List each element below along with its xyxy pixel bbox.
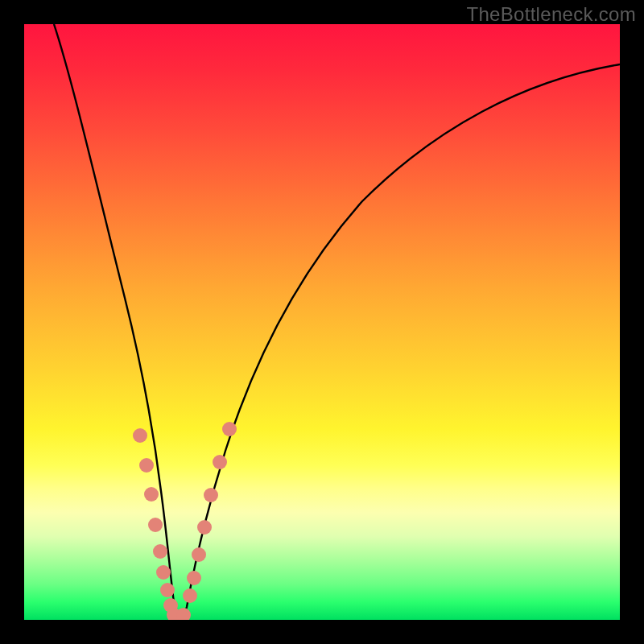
watermark-text: TheBottleneck.com [466, 3, 636, 26]
marker-dot [133, 428, 147, 443]
chart-svg [24, 24, 620, 620]
outer-frame: TheBottleneck.com [0, 0, 644, 644]
marker-dot [139, 458, 154, 473]
marker-dot [213, 455, 227, 469]
bottleneck-curve [54, 24, 620, 617]
marker-dot [148, 518, 163, 532]
marker-dot [156, 565, 171, 580]
marker-dot [160, 583, 175, 597]
marker-dot [183, 588, 197, 603]
marker-dot [144, 487, 159, 502]
marker-dot [153, 544, 167, 559]
marker-dot [222, 422, 237, 436]
marker-dot [187, 571, 201, 585]
marker-dot [204, 488, 218, 502]
marker-dot [192, 547, 206, 562]
marker-dot [197, 520, 212, 535]
plot-area [24, 24, 620, 620]
